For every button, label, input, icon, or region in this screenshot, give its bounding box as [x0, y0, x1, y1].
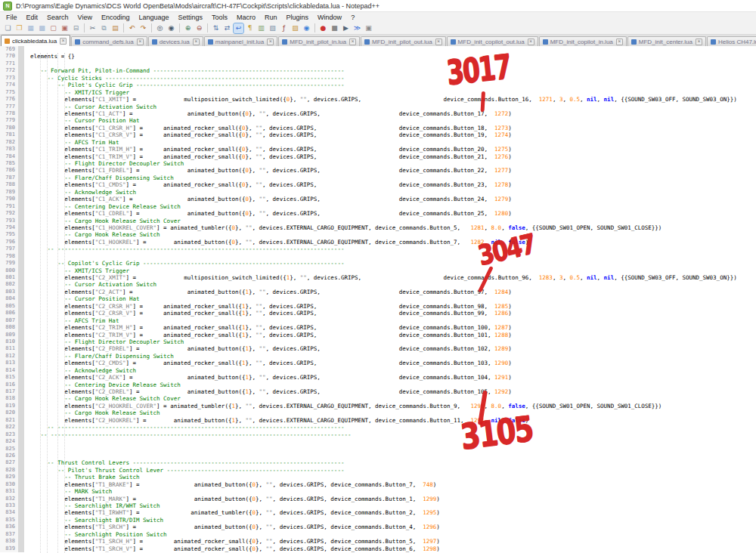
menu-item-tools[interactable]: Tools — [207, 14, 232, 21]
bookmark-margin[interactable] — [18, 96, 24, 103]
tab-close-icon[interactable]: × — [696, 39, 702, 45]
bookmark-margin[interactable] — [18, 367, 24, 374]
bookmark-margin[interactable] — [18, 303, 24, 310]
code-line[interactable]: 800 -- XMIT/ICS Trigger — [0, 267, 756, 274]
tab-mainpanel-init-lua[interactable]: mainpanel_init.lua× — [204, 36, 278, 46]
menu-item-language[interactable]: Language — [134, 14, 173, 21]
menu-item-search[interactable]: Search — [42, 14, 73, 21]
bookmark-margin[interactable] — [18, 75, 24, 82]
bookmark-margin[interactable] — [18, 360, 24, 366]
bookmark-margin[interactable] — [18, 453, 24, 459]
indent-guide-icon[interactable]: ▥ — [256, 23, 266, 33]
code-line[interactable]: 836 elements["T1_SRCH"] = animated_butto… — [0, 524, 756, 530]
code-line[interactable]: 787 -- Flare/Chaff Dispensing Switch — [0, 175, 756, 181]
bookmark-margin[interactable] — [18, 260, 24, 267]
bookmark-margin[interactable] — [18, 409, 24, 416]
code-line[interactable]: 816 -- Centering Device Release Switch — [0, 382, 756, 388]
bookmark-margin[interactable] — [18, 545, 24, 552]
bookmark-margin[interactable] — [18, 53, 24, 60]
bookmark-margin[interactable] — [18, 67, 24, 74]
code-line[interactable]: 779 -- Cursor Position Hat — [0, 117, 756, 124]
print-icon[interactable]: ⊟ — [71, 23, 81, 33]
tab-helios-ch47-lua[interactable]: Helios CH47.lua× — [707, 36, 756, 46]
bookmark-margin[interactable] — [18, 324, 24, 331]
code-line[interactable]: 828 -- Pilot's Thrust Control Lever ----… — [0, 467, 756, 474]
save-all-icon[interactable]: ▩ — [37, 23, 47, 33]
tab-close-icon[interactable]: × — [616, 39, 623, 45]
code-line[interactable]: 812 -- Flare/Chaff Dispensing Switch — [0, 353, 756, 360]
bookmark-margin[interactable] — [18, 403, 24, 409]
code-line[interactable]: 834 elements["T1_IRWHT"] = animated_tumb… — [0, 509, 756, 516]
code-line[interactable]: 786 elements["C1_FDREL"] = animated_butt… — [0, 167, 756, 174]
code-line[interactable]: 783 elements["C1_TRIM_H"] = animated_roc… — [0, 146, 756, 153]
code-line[interactable]: 775 -- XMIT/ICS Trigger — [0, 89, 756, 96]
menu-item-plugins[interactable]: Plugins — [282, 14, 314, 21]
bookmark-margin[interactable] — [18, 153, 24, 160]
tab-mfd-init-copilot-out-lua[interactable]: MFD_init_copilot_out.lua× — [447, 36, 538, 46]
zoom-in-icon[interactable]: ⊕ — [183, 23, 193, 33]
bookmark-margin[interactable] — [18, 146, 24, 153]
bookmark-margin[interactable] — [18, 274, 24, 281]
bookmark-margin[interactable] — [18, 160, 24, 167]
folder-workspace-icon[interactable]: ▨ — [290, 23, 300, 33]
code-line[interactable]: 778 elements["C1_ACT"] = animated_button… — [0, 110, 756, 117]
bookmark-margin[interactable] — [18, 332, 24, 338]
bookmark-margin[interactable] — [18, 353, 24, 360]
code-line[interactable]: 774 -- Pilot's Cyclic Grip -------------… — [0, 82, 756, 88]
bookmark-margin[interactable] — [18, 196, 24, 202]
bookmark-margin[interactable] — [18, 281, 24, 288]
code-line[interactable]: 819 elements["C2_HOOKREL_COVER"] = anima… — [0, 403, 756, 409]
bookmark-margin[interactable] — [18, 417, 24, 424]
bookmark-margin[interactable] — [18, 117, 24, 124]
bookmark-margin[interactable] — [18, 524, 24, 530]
editor[interactable]: 769770elements = {}771772 -- Forward Pit… — [0, 46, 756, 553]
open-file-icon[interactable]: ❐ — [14, 23, 24, 33]
code-line[interactable]: 830 elements["T1_BRAKE"] = animated_butt… — [0, 481, 756, 488]
code-line[interactable]: 777 -- Cursor Activation Switch — [0, 103, 756, 110]
code-line[interactable]: 772 -- Forward Pit, Pilot-in-Command ---… — [0, 67, 756, 74]
code-line[interactable]: 782 -- AFCS Trim Hat — [0, 139, 756, 146]
sync-horizontal-icon[interactable]: ⇄ — [222, 23, 232, 33]
code-line[interactable]: 833 -- Searchlight IR/WHT Switch — [0, 502, 756, 509]
menu-item-file[interactable]: File — [2, 14, 22, 21]
tab-close-icon[interactable]: × — [528, 39, 534, 45]
bookmark-margin[interactable] — [18, 181, 24, 188]
code-line[interactable]: 784 elements["C1_TRIM_V"] = animated_roc… — [0, 153, 756, 160]
close-all-icon[interactable]: ▣ — [60, 23, 70, 33]
bookmark-margin[interactable] — [18, 46, 24, 53]
new-file-icon[interactable]: ❏ — [3, 23, 13, 33]
bookmark-margin[interactable] — [18, 89, 24, 96]
code-line[interactable]: 838 elements["T1_SRCH_H"] = animated_roc… — [0, 538, 756, 545]
bookmark-margin[interactable] — [18, 517, 24, 524]
bookmark-margin[interactable] — [18, 345, 24, 352]
undo-icon[interactable]: ↶ — [127, 23, 137, 33]
code-line[interactable]: 773 -- Cyclic Sticks -------------------… — [0, 75, 756, 82]
code-line[interactable]: 776 elements["C1_XMIT"] = multiposition_… — [0, 96, 756, 103]
code-line[interactable]: 797 -- ---------------------------------… — [0, 246, 756, 252]
bookmark-margin[interactable] — [18, 131, 24, 138]
code-line[interactable]: 796 elements["C1_HOOKREL"] = animated_bu… — [0, 239, 756, 246]
bookmark-margin[interactable] — [18, 239, 24, 246]
bookmark-margin[interactable] — [18, 189, 24, 196]
code-line[interactable]: 829 -- Thrust Brake Switch — [0, 474, 756, 480]
tab-close-icon[interactable]: × — [137, 39, 144, 45]
code-line[interactable]: 815 elements["C2_ACK"] = animated_button… — [0, 374, 756, 381]
bookmark-margin[interactable] — [18, 310, 24, 317]
monitoring-eye-icon[interactable]: ◉ — [302, 23, 311, 33]
code-line[interactable]: 807 -- AFCS Trim Hat — [0, 317, 756, 324]
bookmark-margin[interactable] — [18, 338, 24, 345]
function-list-icon[interactable]: ƒ — [279, 23, 289, 33]
tab-mfd-init-copilot-in-lua[interactable]: MFD_init_copilot_in.lua× — [539, 36, 627, 46]
code-line[interactable]: 825 — [0, 446, 756, 453]
code-line[interactable]: 824 — [0, 438, 756, 445]
tab-close-icon[interactable]: × — [267, 39, 274, 45]
code-line[interactable]: 827 -- Thrust Control Levers -----------… — [0, 459, 756, 466]
find-icon[interactable]: ◎ — [155, 23, 165, 33]
bookmark-margin[interactable] — [18, 538, 24, 545]
bookmark-margin[interactable] — [18, 488, 24, 495]
code-line[interactable]: 769 — [0, 46, 756, 53]
close-icon[interactable]: ▢ — [48, 23, 58, 33]
bookmark-margin[interactable] — [18, 103, 24, 110]
bookmark-margin[interactable] — [18, 509, 24, 516]
bookmark-margin[interactable] — [18, 531, 24, 538]
